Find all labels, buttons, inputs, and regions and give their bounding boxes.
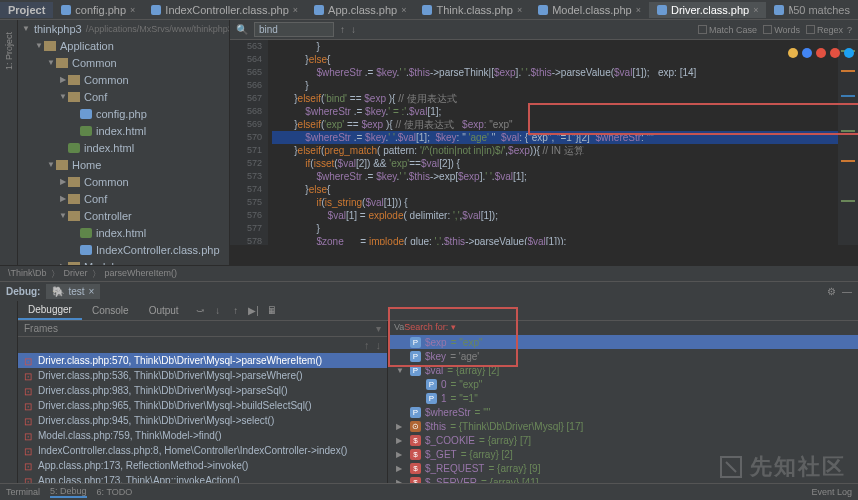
regex-checkbox[interactable]	[806, 25, 815, 34]
gear-icon[interactable]: ⚙	[827, 286, 836, 297]
terminal-tool[interactable]: Terminal	[6, 487, 40, 497]
tree-node[interactable]: ▼Controller	[18, 207, 229, 224]
file-tab[interactable]: IndexController.class.php×	[143, 2, 306, 18]
tree-node[interactable]: ▼Home	[18, 156, 229, 173]
file-tab[interactable]: Mysql.class.php×	[766, 2, 793, 18]
tree-node[interactable]: ▼thinkphp3/Applications/MxSrvs/www/think…	[18, 20, 229, 37]
stack-frame[interactable]: ⊡IndexController.class.php:8, Home\Contr…	[18, 443, 387, 458]
folder-icon	[68, 194, 80, 204]
file-tab[interactable]: Model.class.php×	[530, 2, 649, 18]
var-badge-icon: P	[410, 351, 421, 362]
close-icon[interactable]: ×	[293, 5, 298, 15]
search-icon: 🔍	[236, 24, 248, 35]
tab-output[interactable]: Output	[139, 302, 189, 319]
stack-frame[interactable]: ⊡App.class.php:173, ReflectionMethod->in…	[18, 458, 387, 473]
close-icon[interactable]: ×	[753, 5, 758, 15]
folder-icon	[56, 160, 68, 170]
file-tab[interactable]: Driver.class.php×	[649, 2, 767, 18]
step-over-icon[interactable]: ⤻	[193, 305, 207, 316]
file-tab[interactable]: App.class.php×	[306, 2, 414, 18]
php-icon	[314, 5, 324, 15]
close-icon[interactable]: ×	[636, 5, 641, 15]
debug-config[interactable]: 🐘test×	[46, 284, 100, 299]
gutter: 5635645655665675685695705715725735745755…	[230, 40, 268, 245]
var-badge-icon: $	[410, 435, 421, 446]
tree-node[interactable]: IndexController.class.php	[18, 241, 229, 258]
project-toolwindow-label[interactable]: Project	[0, 2, 53, 18]
var-badge-icon: P	[426, 379, 437, 390]
tree-node[interactable]: ▶Common	[18, 71, 229, 88]
prev-match-button[interactable]: ↑	[340, 24, 345, 35]
folder-icon	[68, 211, 80, 221]
tree-node[interactable]: ▼Application	[18, 37, 229, 54]
code-lines[interactable]: } }else{ $whereStr .= $key.' '.$this->pa…	[268, 40, 838, 245]
rail-project[interactable]: 1: Project	[4, 32, 14, 70]
search-input[interactable]	[254, 22, 334, 37]
var-badge-icon: P	[410, 365, 421, 376]
stack-frame[interactable]: ⊡Driver.class.php:965, Think\Db\Driver\M…	[18, 398, 387, 413]
stack-frame[interactable]: ⊡Driver.class.php:536, Think\Db\Driver\M…	[18, 368, 387, 383]
run-to-cursor-icon[interactable]: ▶|	[247, 305, 261, 316]
close-icon[interactable]: ×	[130, 5, 135, 15]
minimap[interactable]	[838, 40, 858, 245]
code-editor[interactable]: 🔍 ↑ ↓ Match Case Words Regex? 5635645655…	[230, 20, 858, 265]
todo-tool[interactable]: 6: TODO	[97, 487, 133, 497]
frame-icon: ⊡	[24, 416, 34, 426]
frames-panel: Frames▾ ↑↓ ⊡Driver.class.php:570, Think\…	[18, 321, 388, 500]
tree-node[interactable]: ▼Common	[18, 54, 229, 71]
variable-row[interactable]: ▶$$_COOKIE = {array} [7]	[388, 433, 858, 447]
stack-frame[interactable]: ⊡Driver.class.php:983, Think\Db\Driver\M…	[18, 383, 387, 398]
breadcrumb[interactable]: \Think\Db〉Driver〉parseWhereItem()	[0, 265, 858, 281]
stack-frame[interactable]: ⊡Driver.class.php:570, Think\Db\Driver\M…	[18, 353, 387, 368]
variable-row[interactable]: P0 = "exp"	[388, 377, 858, 391]
file-tab[interactable]: config.php×	[53, 2, 143, 18]
event-log[interactable]: Event Log	[811, 487, 852, 497]
tree-node[interactable]: ▶Common	[18, 173, 229, 190]
project-tree[interactable]: ▼thinkphp3/Applications/MxSrvs/www/think…	[18, 20, 230, 265]
folder-icon	[68, 262, 80, 266]
var-badge-icon: ⊙	[410, 421, 421, 432]
stack-frame[interactable]: ⊡Model.class.php:759, Think\Model->find(…	[18, 428, 387, 443]
folder-icon	[68, 75, 80, 85]
variable-row[interactable]: ▶⊙$this = {Think\Db\Driver\Mysql} [17]	[388, 419, 858, 433]
words-checkbox[interactable]	[763, 25, 772, 34]
php-icon	[151, 5, 161, 15]
frame-icon: ⊡	[24, 461, 34, 471]
tab-console[interactable]: Console	[82, 302, 139, 319]
tree-node[interactable]: index.html	[18, 224, 229, 241]
file-tab[interactable]: Think.class.php×	[414, 2, 530, 18]
tree-node[interactable]: index.html	[18, 139, 229, 156]
variable-row[interactable]: P$whereStr = ""	[388, 405, 858, 419]
close-icon[interactable]: ×	[517, 5, 522, 15]
search-match-count: 50 matches	[793, 4, 858, 16]
next-match-button[interactable]: ↓	[351, 24, 356, 35]
folder-icon	[56, 58, 68, 68]
tree-node[interactable]: ▶Model	[18, 258, 229, 265]
match-case-checkbox[interactable]	[698, 25, 707, 34]
nav-down-icon[interactable]: ↓	[376, 339, 382, 351]
eval-icon[interactable]: 🖩	[265, 305, 279, 316]
variable-row[interactable]: P$key = 'age'	[388, 349, 858, 363]
close-icon[interactable]: ×	[401, 5, 406, 15]
tree-node[interactable]: ▼Conf	[18, 88, 229, 105]
stack-frame[interactable]: ⊡Driver.class.php:945, Think\Db\Driver\M…	[18, 413, 387, 428]
variable-row[interactable]: P1 = "=1"	[388, 391, 858, 405]
tree-node[interactable]: index.html	[18, 122, 229, 139]
file-icon	[80, 109, 92, 119]
hide-icon[interactable]: —	[842, 286, 852, 297]
variable-row[interactable]: ▼P$val = {array} [2]	[388, 363, 858, 377]
step-out-icon[interactable]: ↑	[229, 305, 243, 316]
variable-row[interactable]: P$exp = "exp"	[388, 335, 858, 349]
debug-title: Debug:	[6, 286, 40, 297]
php-icon	[657, 5, 667, 15]
frame-icon: ⊡	[24, 386, 34, 396]
debug-tool[interactable]: 5: Debug	[50, 486, 87, 498]
step-into-icon[interactable]: ↓	[211, 305, 225, 316]
tree-node[interactable]: config.php	[18, 105, 229, 122]
nav-up-icon[interactable]: ↑	[364, 339, 370, 351]
tree-node[interactable]: ▶Conf	[18, 190, 229, 207]
watermark: 先知社区	[718, 452, 846, 482]
find-bar: 🔍 ↑ ↓ Match Case Words Regex?	[230, 20, 858, 40]
frame-icon: ⊡	[24, 446, 34, 456]
tab-debugger[interactable]: Debugger	[18, 301, 82, 320]
